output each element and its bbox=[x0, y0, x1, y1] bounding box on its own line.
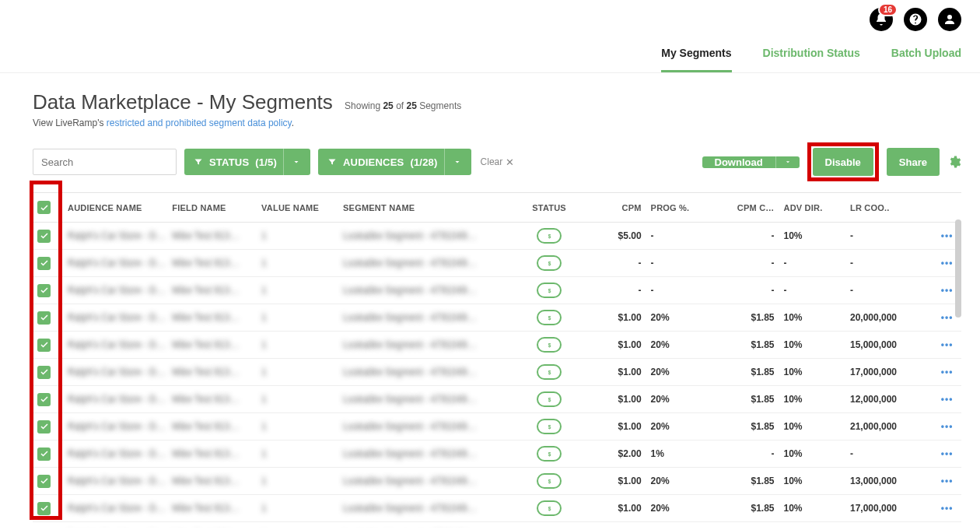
cookies-cell: 27,000,000 bbox=[845, 522, 933, 528]
table-row[interactable]: Ralph's Car Store - D…Mike Test 913…1Loo… bbox=[33, 332, 961, 359]
svg-text:$: $ bbox=[548, 342, 551, 348]
table-row[interactable]: Ralph's Car Store - D…Mike Test 913…1Loo… bbox=[33, 440, 961, 468]
value-name-cell: 1 bbox=[261, 285, 267, 296]
status-pill: $ bbox=[537, 391, 562, 407]
audience-name-cell: Ralph's Car Store - D… bbox=[68, 312, 166, 323]
row-checkbox[interactable] bbox=[37, 311, 51, 325]
prog-cell: 20% bbox=[646, 495, 712, 522]
settings-button[interactable] bbox=[947, 155, 961, 169]
prog-cell: 20% bbox=[646, 359, 712, 386]
cpmc-cell: $1.85 bbox=[712, 468, 779, 495]
more-actions-button[interactable]: ••• bbox=[941, 285, 954, 296]
table-row[interactable]: Ralph's Car Store - D…Mike Test 913…1Loo… bbox=[33, 386, 961, 413]
field-name-cell: Mike Test 913… bbox=[172, 476, 239, 486]
row-checkbox[interactable] bbox=[37, 339, 51, 352]
help-icon bbox=[908, 12, 922, 26]
row-checkbox[interactable] bbox=[37, 393, 51, 406]
col-header-select[interactable] bbox=[33, 193, 63, 223]
row-checkbox[interactable] bbox=[37, 230, 51, 243]
row-checkbox[interactable] bbox=[37, 420, 51, 433]
table-row[interactable]: Ralph's Car Store - D…Mike Test 913…1Loo… bbox=[33, 304, 961, 332]
policy-line: View LiveRamp's restricted and prohibite… bbox=[33, 118, 961, 128]
row-checkbox[interactable] bbox=[37, 257, 51, 270]
download-dropdown[interactable] bbox=[775, 156, 800, 168]
col-header-adv[interactable]: ADV DIR. bbox=[779, 193, 845, 223]
segment-name-cell: Lookalike Segment - 4791049… bbox=[343, 339, 476, 350]
policy-suffix: . bbox=[292, 118, 294, 128]
table-row[interactable]: Ralph's Car Store - D…Mike Test 913…1Loo… bbox=[33, 413, 961, 440]
table-row[interactable]: Ralph's Car Store - D…Mike Test 913…1Loo… bbox=[33, 495, 961, 522]
more-actions-button[interactable]: ••• bbox=[941, 258, 954, 269]
more-actions-button[interactable]: ••• bbox=[941, 312, 954, 323]
more-actions-button[interactable]: ••• bbox=[941, 394, 954, 405]
cpm-cell: $1.00 bbox=[579, 304, 646, 332]
svg-text:$: $ bbox=[548, 505, 551, 511]
filter-audiences[interactable]: AUDIENCES (1/28) bbox=[318, 149, 471, 175]
table-row[interactable]: Ralph's Car Store - D…Mike Test 913…1Loo… bbox=[33, 468, 961, 495]
row-checkbox[interactable] bbox=[37, 448, 51, 461]
more-actions-button[interactable]: ••• bbox=[941, 367, 954, 377]
sub-count2: 25 bbox=[406, 100, 416, 111]
col-header-cpm[interactable]: CPM bbox=[579, 193, 646, 223]
adv-cell: 10% bbox=[779, 304, 845, 332]
value-name-cell: 1 bbox=[261, 230, 267, 241]
filter-status-count: (1/5) bbox=[255, 156, 277, 168]
table-row[interactable]: Ralph's Car Store - D…Mike Test 913…1Loo… bbox=[33, 522, 961, 528]
cpm-cell: $5.00 bbox=[579, 223, 646, 250]
notifications-button[interactable]: 16 bbox=[870, 8, 893, 31]
row-checkbox[interactable] bbox=[37, 475, 51, 488]
share-button[interactable]: Share bbox=[887, 148, 940, 176]
row-checkbox[interactable] bbox=[37, 502, 51, 515]
audience-name-cell: Ralph's Car Store - D… bbox=[68, 367, 166, 377]
scrollbar-thumb[interactable] bbox=[955, 219, 961, 318]
row-checkbox[interactable] bbox=[37, 284, 51, 297]
filter-audiences-count: (1/28) bbox=[410, 156, 437, 168]
col-header-audience[interactable]: AUDIENCE NAME bbox=[63, 193, 167, 223]
download-button[interactable]: Download bbox=[702, 156, 800, 168]
col-header-field[interactable]: FIELD NAME bbox=[167, 193, 257, 223]
col-header-cpmc[interactable]: CPM C… bbox=[712, 193, 779, 223]
disable-button[interactable]: Disable bbox=[813, 148, 873, 176]
adv-cell: 10% bbox=[779, 359, 845, 386]
table-row[interactable]: Ralph's Car Store - D…Mike Test 913…1Loo… bbox=[33, 359, 961, 386]
policy-link[interactable]: restricted and prohibited segment data p… bbox=[107, 118, 292, 128]
cpmc-cell: $1.85 bbox=[712, 359, 779, 386]
more-actions-button[interactable]: ••• bbox=[941, 339, 954, 350]
tab-distribution-status[interactable]: Distribution Status bbox=[763, 40, 860, 72]
table-row[interactable]: Ralph's Car Store - D…Mike Test 913…1Loo… bbox=[33, 250, 961, 277]
help-button[interactable] bbox=[904, 8, 927, 31]
status-pill: $ bbox=[537, 419, 562, 434]
cpmc-cell: $1.85 bbox=[712, 413, 779, 440]
more-actions-button[interactable]: ••• bbox=[941, 421, 954, 432]
more-actions-button[interactable]: ••• bbox=[941, 448, 954, 459]
profile-button[interactable] bbox=[938, 8, 961, 31]
filter-status[interactable]: STATUS (1/5) bbox=[184, 149, 310, 175]
filter-status-label: STATUS bbox=[209, 156, 249, 168]
col-header-cookies[interactable]: LR COO.. bbox=[845, 193, 933, 223]
table-row[interactable]: Ralph's Car Store - D…Mike Test 913…1Loo… bbox=[33, 223, 961, 250]
more-actions-button[interactable]: ••• bbox=[941, 503, 954, 514]
segment-name-cell: Lookalike Segment - 4791049… bbox=[343, 476, 476, 486]
topbar: 16 bbox=[0, 0, 980, 34]
table-row[interactable]: Ralph's Car Store - D…Mike Test 913…1Loo… bbox=[33, 277, 961, 304]
col-header-prog[interactable]: PROG %. bbox=[646, 193, 712, 223]
svg-text:$: $ bbox=[548, 423, 551, 430]
more-actions-button[interactable]: ••• bbox=[941, 230, 954, 241]
field-name-cell: Mike Test 913… bbox=[172, 394, 239, 405]
prog-cell: - bbox=[646, 250, 712, 277]
row-checkbox[interactable] bbox=[37, 366, 51, 379]
col-header-value[interactable]: VALUE NAME bbox=[257, 193, 338, 223]
tab-batch-upload[interactable]: Batch Upload bbox=[891, 40, 961, 72]
prog-cell: 20% bbox=[646, 332, 712, 359]
cpmc-cell: - bbox=[712, 250, 779, 277]
tab-my-segments[interactable]: My Segments bbox=[661, 40, 731, 72]
search-input[interactable] bbox=[33, 149, 177, 175]
chevron-down-icon bbox=[453, 157, 462, 167]
col-header-segment[interactable]: SEGMENT NAME bbox=[338, 193, 519, 223]
segments-table-wrap: AUDIENCE NAME FIELD NAME VALUE NAME SEGM… bbox=[33, 192, 961, 528]
filter-icon bbox=[194, 157, 203, 167]
col-header-status[interactable]: STATUS bbox=[519, 193, 579, 223]
segment-name-cell: Lookalike Segment - 4791049… bbox=[343, 230, 476, 241]
clear-filters-button[interactable]: Clear ✕ bbox=[481, 156, 515, 168]
more-actions-button[interactable]: ••• bbox=[941, 476, 954, 486]
